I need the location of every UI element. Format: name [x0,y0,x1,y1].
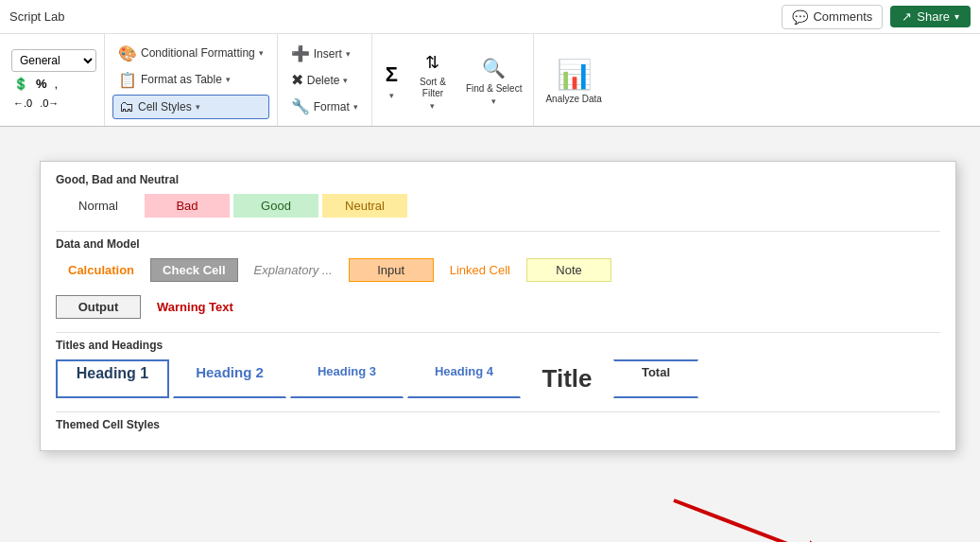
style-good[interactable]: Good [233,194,318,218]
divider-3 [56,411,940,412]
dm-section-title: Data and Model [56,237,940,251]
number-format-select[interactable]: General [11,49,96,72]
share-button[interactable]: ↗ Share ▾ [890,6,971,27]
gbn-styles-grid: Normal Bad Good Neutral [56,194,940,218]
delete-label: Delete [307,74,340,87]
find-select-arrow: ▾ [491,96,496,106]
decrease-decimal-button[interactable]: ←.0 [11,96,34,111]
style-total[interactable]: Total [613,359,698,398]
share-icon: ↗ [902,9,912,24]
format-icon: 🔧 [291,97,310,115]
currency-icon-button[interactable]: 💲 [11,75,30,93]
cell-styles-button[interactable]: 🗂 Cell Styles ▾ [112,95,269,119]
format-label: Format [314,100,350,114]
page-wrapper: Script Lab 💬 Comments ↗ Share ▾ General … [0,0,980,542]
cell-styles-arrow: ▾ [196,102,200,112]
conditional-formatting-icon: 🎨 [118,44,137,62]
style-heading4[interactable]: Heading 4 [407,359,521,398]
comments-label: Comments [813,9,872,24]
format-as-table-icon: 📋 [118,71,137,89]
title-bar: Script Lab 💬 Comments ↗ Share ▾ [0,0,980,34]
dm-styles-grid: Calculation Check Cell Explanatory ... I… [56,258,940,282]
find-select-button[interactable]: 🔍 [480,55,507,81]
style-input[interactable]: Input [349,258,434,282]
sort-filter-button[interactable]: ⇅ [423,50,441,75]
title-bar-right: 💬 Comments ↗ Share ▾ [782,5,971,29]
comment-icon: 💬 [792,9,808,25]
insert-label: Insert [314,47,342,61]
divider-1 [56,231,940,232]
format-arrow: ▾ [353,102,358,112]
find-select-label: Find & Select [466,83,522,95]
insert-icon: ➕ [291,44,310,62]
conditional-formatting-arrow: ▾ [259,48,264,58]
sum-group: Σ ▾ [384,61,400,100]
app-name: Script Lab [9,9,65,24]
style-warning-text[interactable]: Warning Text [145,295,246,319]
conditional-formatting-button[interactable]: 🎨 Conditional Formatting ▾ [112,42,269,65]
analyze-data-group: 📊 Analyze Data [534,34,612,126]
themed-section-title: Themed Cell Styles [56,418,940,431]
divider-2 [56,332,940,333]
delete-icon: ✖ [291,71,303,89]
title-bar-left: Script Lab [9,9,65,24]
analyze-data-button[interactable]: 📊 [555,56,593,93]
conditional-formatting-label: Conditional Formatting [141,46,255,60]
delete-arrow: ▾ [343,76,348,85]
sort-filter-label: Sort &Filter [420,77,446,99]
styles-group: 🎨 Conditional Formatting ▾ 📋 Format as T… [105,34,278,126]
share-dropdown-arrow: ▾ [954,11,959,22]
insert-arrow: ▾ [346,49,351,59]
style-output[interactable]: Output [56,295,141,319]
style-neutral[interactable]: Neutral [322,194,407,218]
style-heading1[interactable]: Heading 1 [56,359,169,398]
increase-decimal-button[interactable]: .0→ [38,96,60,111]
cell-styles-popup: Good, Bad and Neutral Normal Bad Good Ne… [40,161,956,451]
style-heading2[interactable]: Heading 2 [173,359,286,398]
style-linked-cell[interactable]: Linked Cell [438,258,523,282]
cell-styles-label: Cell Styles [138,100,192,114]
find-select-group: 🔍 Find & Select ▾ [466,55,522,106]
analyze-data-label: Analyze Data [545,93,601,105]
share-label: Share [917,9,950,24]
format-button[interactable]: 🔧 Format ▾ [285,95,364,118]
gbn-section-title: Good, Bad and Neutral [56,173,940,186]
style-bad[interactable]: Bad [145,194,230,218]
number-format-row3: ←.0 .0→ [11,96,96,111]
format-as-table-arrow: ▾ [226,75,231,84]
cells-group: ➕ Insert ▾ ✖ Delete ▾ 🔧 Format ▾ [278,34,372,126]
cell-styles-icon: 🗂 [119,98,134,115]
format-as-table-label: Format as Table [141,73,222,86]
sort-filter-group: ⇅ Sort &Filter ▾ [409,50,456,111]
style-normal[interactable]: Normal [56,194,141,218]
delete-button[interactable]: ✖ Delete ▾ [285,68,364,92]
arrow-annotation [645,491,891,542]
dm-styles-grid2: Output Warning Text [56,295,940,319]
sum-button[interactable]: Σ [384,61,400,89]
number-format-row2: 💲 % , [11,75,96,93]
style-note[interactable]: Note [526,258,611,282]
comments-button[interactable]: 💬 Comments [782,5,883,29]
insert-button[interactable]: ➕ Insert ▾ [285,42,364,65]
style-explanatory[interactable]: Explanatory ... [242,258,345,282]
style-check-cell[interactable]: Check Cell [150,258,237,282]
percent-button[interactable]: % [34,75,49,93]
sum-arrow: ▾ [389,91,394,100]
style-heading3[interactable]: Heading 3 [290,359,404,398]
sort-filter-arrow: ▾ [430,101,435,111]
format-as-table-button[interactable]: 📋 Format as Table ▾ [112,68,269,92]
editing-group: Σ ▾ ⇅ Sort &Filter ▾ 🔍 Find & Select ▾ [372,34,535,126]
style-calculation[interactable]: Calculation [56,258,146,282]
th-section-title: Titles and Headings [56,339,940,352]
ribbon: General 💲 % , ←.0 .0→ 🎨 Conditional Form… [0,34,980,127]
number-group: General 💲 % , ←.0 .0→ [4,34,105,126]
comma-button[interactable]: , [53,75,60,93]
th-styles-grid: Heading 1 Heading 2 Heading 3 Heading 4 … [56,359,940,398]
style-title[interactable]: Title [524,359,610,398]
